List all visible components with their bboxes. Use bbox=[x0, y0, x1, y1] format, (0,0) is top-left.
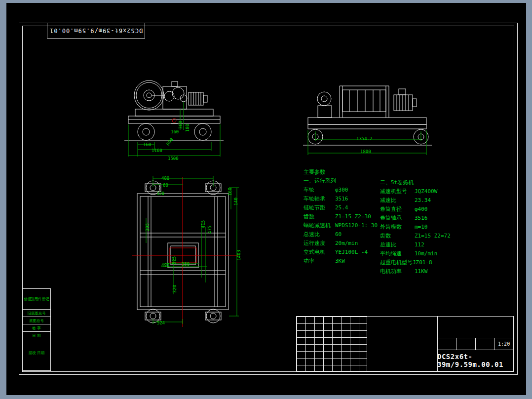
left-table-row: 签 字 bbox=[23, 324, 50, 332]
param-label: 车轮 bbox=[304, 186, 335, 194]
parameters-column-1: 主要参数 一、运行系列 车轮φ300 车轮轴承3516 链轮节距25.4 齿数Z… bbox=[304, 167, 378, 265]
param-label: 总速比 bbox=[304, 231, 335, 238]
title-block-scale-row: 1:20 bbox=[437, 338, 513, 350]
title-block-cell bbox=[476, 338, 495, 350]
param-value: Z1=15 Z2=72 bbox=[415, 233, 451, 239]
param-label: 车轮轴承 bbox=[304, 195, 335, 202]
param-label: 平均绳速 bbox=[380, 250, 415, 257]
param-value: JQZ400W bbox=[415, 188, 437, 195]
param-value: 25.4 bbox=[335, 204, 348, 211]
param-label: 减速比 bbox=[380, 197, 415, 204]
param-value: 60 bbox=[335, 231, 342, 238]
param-value: 11KW bbox=[415, 268, 428, 275]
dim-label: 320 bbox=[156, 191, 164, 196]
param-label: 功率 bbox=[304, 257, 335, 265]
param-value: 01-8 bbox=[419, 259, 432, 266]
left-table-row: 底图总号 bbox=[23, 317, 50, 324]
param-value: 23.34 bbox=[415, 197, 431, 203]
param-value: 3516 bbox=[335, 196, 348, 202]
param-value: 3516 bbox=[415, 215, 428, 221]
param-label: 卷筒轴承 bbox=[380, 214, 415, 222]
dim-label: 524 bbox=[157, 320, 165, 325]
dim-label: 160 bbox=[143, 142, 151, 147]
param-label: 链轮节距 bbox=[304, 204, 335, 211]
drawing-number-main: DCS2x6t-39m/9.59m.00.01 bbox=[437, 353, 513, 368]
dim-label: 1403 bbox=[236, 250, 241, 261]
dim-label: 350 bbox=[182, 262, 190, 267]
dim-label: 295 bbox=[145, 223, 150, 231]
drawing-number-box: DCS2x6t-39m/9.59m.00.01 bbox=[47, 23, 145, 39]
param-label: 运行速度 bbox=[304, 239, 335, 247]
parameters-column-2: 二、5t卷扬机 减速机型号JQZ400W 减速比23.34 卷筒直径φ400 卷… bbox=[380, 178, 451, 276]
dim-label: 60 bbox=[163, 183, 168, 188]
param-value: 3KW bbox=[335, 258, 345, 264]
left-table-row: 日 期 bbox=[23, 332, 50, 339]
params-section2-title: 二、5t卷扬机 bbox=[380, 178, 451, 187]
dim-label: 360 bbox=[178, 121, 183, 129]
param-label: 起重电机型号JZ bbox=[380, 259, 419, 266]
dim-label: 1500 bbox=[168, 156, 179, 161]
dim-label: 475 bbox=[207, 226, 212, 234]
dim-label: 1354.2 bbox=[356, 136, 373, 141]
dim-label: 320 bbox=[172, 285, 177, 293]
left-table-row: 旧底图总号 bbox=[23, 310, 50, 317]
end-elevation-drawing bbox=[302, 73, 433, 160]
drawing-number-rotated: DCS2x6t-39m/9.59m.00.01 bbox=[49, 27, 143, 34]
left-table-row: 借(图)用件登记 bbox=[23, 289, 50, 310]
param-label: 电机功率 bbox=[380, 268, 415, 275]
params-title: 主要参数 bbox=[304, 167, 378, 176]
dim-label: 160 bbox=[228, 188, 232, 196]
left-table-row: 描校 日期 bbox=[23, 339, 50, 366]
params-section1-title: 一、运行系列 bbox=[304, 176, 378, 185]
title-block-name-cell: DCS2x6t-39m/9.59m.00.01 bbox=[437, 350, 513, 371]
param-value: 20m/min bbox=[335, 240, 358, 246]
param-label: 外齿模数 bbox=[380, 223, 415, 231]
scale-value: 1:20 bbox=[494, 338, 513, 350]
param-label: 齿数 bbox=[380, 232, 415, 239]
param-label: 齿数 bbox=[304, 213, 335, 220]
plan-view-drawing bbox=[122, 174, 248, 329]
cad-viewer: DCS2x6t-39m/9.59m.00.01 借(图)用件登记 旧底图总号 底… bbox=[0, 0, 532, 399]
title-block-cell bbox=[437, 338, 456, 350]
side-elevation-drawing bbox=[123, 72, 225, 163]
param-label: 减速机型号 bbox=[380, 188, 415, 195]
left-revision-table: 借(图)用件登记 旧底图总号 底图总号 签 字 日 期 描校 日期 bbox=[22, 288, 51, 371]
title-block: 1:20 DCS2x6t-39m/9.59m.00.01 bbox=[296, 316, 514, 371]
dim-label: 180 bbox=[185, 124, 190, 132]
param-value: φ300 bbox=[335, 187, 348, 193]
dim-label: 160 bbox=[171, 129, 179, 134]
param-label: 总速比 bbox=[380, 241, 415, 248]
title-block-top-cell bbox=[437, 317, 513, 338]
dim-label: 415 bbox=[201, 220, 206, 228]
param-value: Z1=15 Z2=30 bbox=[335, 213, 371, 220]
param-value: 10m/min bbox=[415, 250, 437, 257]
param-value: WPDS120-1: 30 bbox=[335, 222, 378, 229]
dim-label: 1160 bbox=[152, 148, 162, 153]
title-block-middle-cell bbox=[367, 317, 438, 371]
param-value: 112 bbox=[415, 241, 424, 248]
param-label: 立式电机 bbox=[304, 248, 335, 256]
dim-label: 480 bbox=[161, 176, 169, 181]
param-label: 蜗轮减速机 bbox=[304, 222, 335, 229]
dim-label: 490 bbox=[161, 263, 169, 268]
param-label: 卷筒直径 bbox=[380, 205, 415, 213]
dim-label: 525 bbox=[172, 256, 177, 264]
param-value: φ400 bbox=[415, 206, 428, 212]
title-block-cell bbox=[456, 338, 476, 350]
param-value: YEJ100L -4 bbox=[335, 249, 368, 255]
dim-label: 140 bbox=[233, 198, 238, 205]
param-value: m=10 bbox=[415, 224, 428, 230]
title-block-revision-grid bbox=[297, 317, 367, 371]
dim-label: 1800 bbox=[360, 149, 371, 154]
